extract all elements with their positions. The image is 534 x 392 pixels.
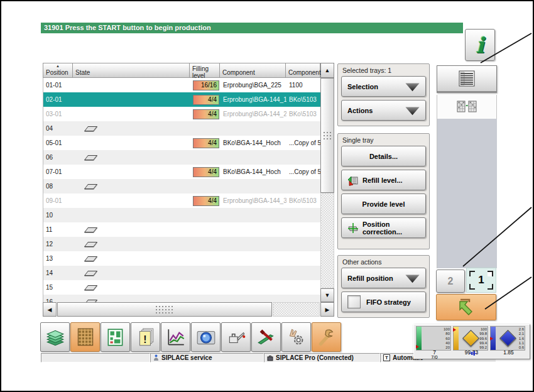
cell-state <box>74 208 190 222</box>
table-row[interactable]: 04 <box>43 121 320 136</box>
back-button[interactable] <box>436 294 496 320</box>
cell-state <box>74 193 190 208</box>
cell-position: 14 <box>43 266 74 280</box>
maintenance-oil-button[interactable] <box>221 322 251 352</box>
fifo-strategy-toggle[interactable]: FIFO strategy <box>341 291 426 312</box>
tray-stack-button[interactable] <box>40 322 70 352</box>
empty-tray-icon <box>84 227 97 232</box>
filling-level-badge: 4/4 <box>193 167 219 177</box>
column-header-component[interactable]: Component <box>220 63 286 78</box>
camera-button[interactable] <box>191 322 221 352</box>
refill-position-dropdown[interactable]: Refill position <box>341 268 426 288</box>
selection-dropdown[interactable]: Selection <box>341 76 426 97</box>
cell-state <box>74 266 190 280</box>
cell-state <box>74 150 190 165</box>
provide-level-button[interactable]: Provide level <box>341 193 426 214</box>
svg-text:!: ! <box>143 334 146 344</box>
performance-gauge-panel[interactable]: 1008060402010099.899.699.499.22.62.11.61… <box>413 324 530 359</box>
filling-level-badge: 16/16 <box>193 80 219 90</box>
list-view-tab[interactable] <box>437 65 497 93</box>
table-row[interactable]: 06 <box>43 150 320 165</box>
table-row[interactable]: 14 <box>43 266 320 280</box>
table-header: ▲ Position State Filling level Component… <box>43 63 334 78</box>
scroll-up-button[interactable]: ▲ <box>320 63 334 78</box>
error-log-button[interactable]: ! <box>131 322 160 352</box>
vertical-scroll-track[interactable] <box>320 193 334 288</box>
cell-component2: ...Copy of 51 <box>286 165 320 179</box>
table-row[interactable]: 03-014/4Erprobung\BGA-144_2BKo\5103 <box>43 107 320 121</box>
horizontal-scroll-track[interactable] <box>273 302 320 317</box>
table-row[interactable]: 15 <box>43 280 320 295</box>
table-row[interactable]: 09-014/4Erprobung\BGA-144_3BKo\5103 <box>43 193 320 208</box>
column-header-position[interactable]: ▲ Position <box>43 63 73 78</box>
cell-filling-level <box>190 179 221 193</box>
cell-component <box>221 251 286 266</box>
table-row[interactable]: 05-014/4BKo\BGA-144_Hoch...Copy of 51 <box>43 136 320 150</box>
cell-state <box>74 237 190 251</box>
statistics-icon <box>165 327 187 348</box>
table-row[interactable]: 08 <box>43 179 320 193</box>
cell-component2 <box>286 266 320 280</box>
repair-tool-button[interactable] <box>251 322 281 352</box>
gauge-marker-icon <box>416 345 419 349</box>
pcb-board-icon <box>105 327 126 348</box>
other-actions-label: Other actions <box>338 256 429 268</box>
station-tab-1[interactable]: 1 <box>466 268 496 293</box>
station-tab-2[interactable]: 2 <box>436 270 465 293</box>
rail-background <box>437 119 497 268</box>
fifo-checkbox[interactable] <box>347 295 361 308</box>
cell-filling-level <box>190 222 221 237</box>
pcb-board-button[interactable] <box>101 322 130 352</box>
refill-level-button[interactable]: Refill level... <box>341 170 426 190</box>
table-row[interactable]: 02-014/4Erprobung\BGA-144_1BKo\5103 <box>43 92 320 107</box>
column-header-component2[interactable]: Component <box>286 63 320 78</box>
cell-component: Erprobung\BGA-144_1 <box>221 92 286 107</box>
filling-level-badge: 4/4 <box>193 196 219 206</box>
repair-tool-icon <box>256 327 277 348</box>
actions-dropdown[interactable]: Actions <box>341 100 426 121</box>
column-header-filling-level[interactable]: Filling level <box>190 63 220 78</box>
scroll-down-button[interactable]: ▼ <box>320 288 334 302</box>
cell-filling-level <box>190 208 221 222</box>
details-button[interactable]: Details... <box>341 146 426 166</box>
cell-component: BKo\BGA-144_Hoch <box>221 165 286 179</box>
vertical-scroll-thumb[interactable] <box>320 78 334 193</box>
cell-position: 15 <box>43 280 74 295</box>
cell-filling-level: 4/4 <box>190 107 221 121</box>
empty-tray-icon <box>84 285 97 290</box>
cell-component <box>221 280 286 295</box>
cell-filling-level: 4/4 <box>190 92 221 107</box>
table-row[interactable]: 13 <box>43 251 320 266</box>
placement-rate-value: 1.85 <box>490 351 527 359</box>
focus-corner <box>488 284 493 290</box>
statistics-button[interactable] <box>161 322 190 352</box>
horizontal-scrollbar[interactable]: ◀ ▶ <box>43 302 334 317</box>
position-correction-button[interactable]: Position correction... <box>341 217 426 238</box>
table-row[interactable]: 01-0116/16Erprobung\BGA_2251100 <box>43 78 320 92</box>
camera-icon <box>195 327 217 348</box>
station-icon <box>267 355 273 361</box>
cell-position: 09-01 <box>43 193 74 208</box>
cell-component: Erprobung\BGA-144_3 <box>221 193 286 208</box>
table-row[interactable]: 10 <box>43 208 320 222</box>
cell-component2 <box>286 208 320 222</box>
tray-view-tab[interactable] <box>437 95 497 119</box>
cell-position: 16 <box>43 295 74 302</box>
tray-stack-icon <box>45 327 66 348</box>
column-header-state[interactable]: State <box>73 63 190 78</box>
scroll-left-button[interactable]: ◀ <box>43 302 57 317</box>
manual-operation-button[interactable] <box>281 322 311 352</box>
tray-table-button[interactable] <box>70 322 100 352</box>
table-row[interactable]: 11 <box>43 222 320 237</box>
table-row[interactable]: 07-014/4BKo\BGA-144_Hoch...Copy of 51 <box>43 165 320 179</box>
horizontal-scroll-thumb[interactable] <box>57 302 272 317</box>
cell-component2 <box>286 222 320 237</box>
service-wrench-button[interactable] <box>312 322 341 352</box>
cell-component2 <box>286 121 320 136</box>
vertical-scrollbar[interactable]: ▼ <box>320 78 334 302</box>
info-button[interactable]: i <box>465 29 495 61</box>
scroll-right-button[interactable]: ▶ <box>320 302 334 317</box>
table-row[interactable]: 12 <box>43 237 320 251</box>
tray-table: ▲ Position State Filling level Component… <box>43 63 334 317</box>
table-row[interactable]: 16 <box>43 295 320 302</box>
